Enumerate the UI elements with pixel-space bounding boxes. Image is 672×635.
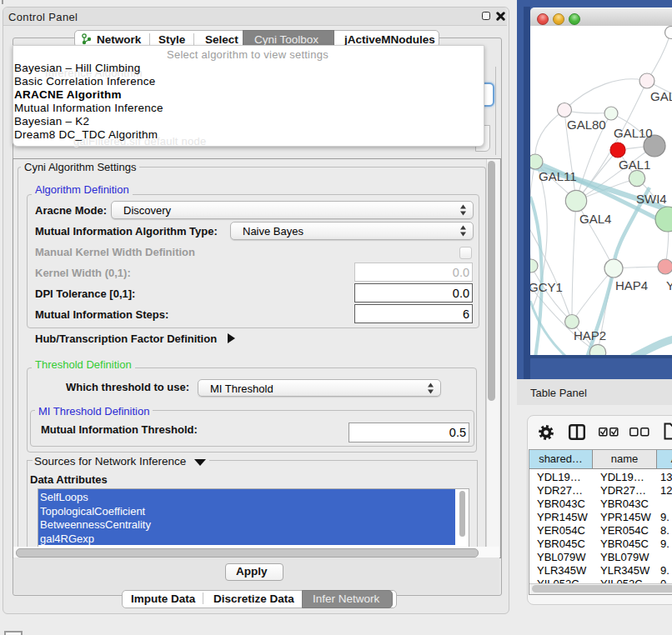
svg-text:GAL10: GAL10 (614, 126, 653, 140)
svg-text:SWI4: SWI4 (636, 192, 667, 206)
svg-text:GAL11: GAL11 (539, 169, 577, 183)
svg-text:GAL: GAL (650, 89, 672, 103)
svg-text:GAL80: GAL80 (567, 118, 606, 132)
svg-text:GAL1: GAL1 (619, 158, 650, 172)
svg-text:HAP2: HAP2 (574, 328, 606, 342)
svg-text:GAL4: GAL4 (579, 212, 611, 226)
svg-text:HAP4: HAP4 (615, 278, 648, 292)
svg-text:GCY1: GCY1 (530, 280, 563, 294)
svg-text:Y: Y (666, 278, 672, 292)
